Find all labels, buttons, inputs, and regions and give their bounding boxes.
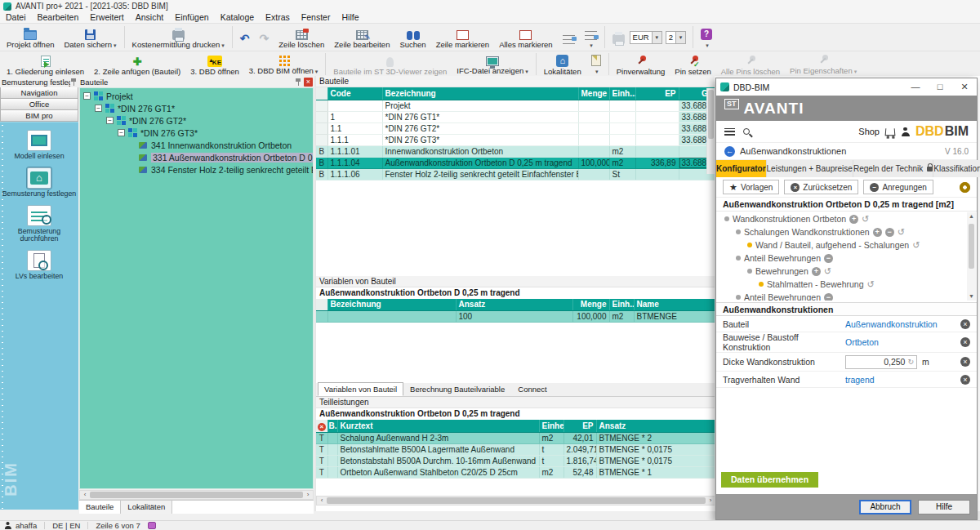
chevron-down-icon[interactable]: ▾	[652, 32, 662, 43]
tree-node-334[interactable]: 334 Fenster Holz 2-teilig senkrecht gete…	[80, 163, 313, 176]
dbd-tree-node[interactable]: Schalungen Wandkonstruktionen+−↺	[716, 225, 977, 238]
status-language[interactable]: DE | EN	[52, 521, 80, 530]
collapse-expander[interactable]: −	[95, 105, 102, 112]
dbd-tree-node[interactable]: Stahlmatten - Bewehrung↺	[716, 278, 977, 291]
history-icon[interactable]: ↺	[866, 280, 874, 289]
open-dbd-button[interactable]: KE3. DBD öffnen	[185, 52, 244, 76]
delete-filter-icon[interactable]: ×	[318, 423, 326, 431]
clear-value-icon[interactable]: ×	[960, 319, 970, 329]
table-row[interactable]: TBetonstabstahl B500A Durchm. 10-16mm Au…	[316, 455, 716, 466]
remove-icon[interactable]: −	[824, 254, 833, 263]
tab-konfigurator[interactable]: Konfigurator	[716, 160, 766, 177]
property-value-link[interactable]: Ortbeton	[845, 337, 960, 347]
dbd-tree-node[interactable]: Anteil Bewehrungen−	[716, 291, 977, 301]
dbd-tree-node[interactable]: Bewehrungen+↺	[716, 265, 977, 278]
tab-leistungen-baupreise[interactable]: Leistungen + Baupreise	[767, 160, 853, 177]
tree-node-gt1[interactable]: −*DIN 276 GT1*	[80, 102, 313, 114]
save-data-button[interactable]: Daten sichern▾	[59, 25, 121, 50]
set-pin-button[interactable]: ✓Pin setzen	[670, 52, 715, 76]
zuruecksetzen-button[interactable]: ×Zurücksetzen	[784, 180, 858, 194]
tab-lokalitaeten[interactable]: Lokalitäten	[121, 501, 172, 514]
dropdown-arrow-icon[interactable]: ▾	[525, 69, 528, 74]
sidebar-item-bemusterung-festlegen[interactable]: ⌂ Bemusterung festlegen	[0, 167, 78, 198]
hamburger-menu-icon[interactable]	[724, 128, 735, 136]
expand-outline-button[interactable]	[558, 29, 580, 45]
scroll-down-icon[interactable]: ▼	[967, 292, 976, 301]
dropdown-arrow-icon[interactable]: ▾	[114, 42, 117, 48]
currency-select[interactable]: EUR▾	[630, 31, 662, 44]
menu-hilfe[interactable]: Hilfe	[336, 12, 364, 23]
apply-data-button[interactable]: Daten übernehmen	[721, 472, 818, 488]
mark-row-button[interactable]: Zeile markieren	[431, 25, 494, 49]
table-row[interactable]: 1*DIN 276 GT1*33.688,89	[316, 111, 716, 122]
sidebar-item-bemusterung-durchfuehren[interactable]: Bemusterung durchführen	[0, 205, 78, 243]
table-row[interactable]: 1.1*DIN 276 GT2*33.688,89	[316, 122, 716, 134]
table-row-selected[interactable]: TSchalung Außenwand H 2-3mm242,01BTMENGE…	[316, 432, 716, 443]
ifc-view-button[interactable]: IFC-Datei anzeigen▾	[452, 51, 532, 76]
dbd-tree-node[interactable]: Wand / Bauteil, aufgehend - Schalungen↺	[716, 238, 977, 252]
pin-management-button[interactable]: Pinverwaltung	[612, 52, 670, 76]
document-button[interactable]: ▾	[586, 51, 606, 76]
shop-link[interactable]: Shop	[858, 127, 880, 136]
edit-row-button[interactable]: ✎Zeile bearbeiten	[329, 25, 394, 49]
maximize-icon[interactable]: □	[928, 78, 952, 96]
gear-icon[interactable]	[960, 182, 970, 193]
scroll-left-icon[interactable]: ‹	[317, 497, 327, 505]
table-row-selected[interactable]: 100 100,000 m2 BTMENGE B	[316, 311, 716, 323]
help-button[interactable]: Hilfe	[918, 500, 970, 514]
tree-horizontal-scrollbar[interactable]: ‹ ›	[79, 490, 314, 500]
cart-icon[interactable]	[885, 128, 896, 136]
tab-variablen-von-bauteil[interactable]: Variablen von Bauteil	[318, 382, 403, 396]
mark-all-button[interactable]: Alles markieren	[494, 25, 557, 49]
search-button[interactable]: Suchen	[394, 25, 430, 49]
property-value-link[interactable]: Außenwandkonstruktion	[845, 319, 960, 329]
menu-extras[interactable]: Extras	[260, 12, 296, 23]
scrollbar-thumb[interactable]	[969, 224, 974, 269]
cancel-button[interactable]: Abbruch	[859, 500, 911, 514]
clear-value-icon[interactable]: ×	[960, 357, 970, 367]
sidebar-item-lvs-bearbeiten[interactable]: LVs bearbeiten	[0, 250, 78, 280]
table-row-selected[interactable]: B1.1.1.04Außenwandkonstruktion Ortbeton …	[316, 157, 716, 168]
search-icon[interactable]	[743, 128, 750, 135]
tree-node-projekt[interactable]: −Projekt	[80, 90, 313, 102]
decimals-select[interactable]: 2▾	[666, 31, 686, 44]
menu-bearbeiten[interactable]: Bearbeiten	[32, 12, 85, 23]
chevron-down-icon[interactable]: ▾	[675, 32, 685, 43]
tree-node-341[interactable]: 341 Innenwandkonstruktion Ortbeton	[80, 139, 313, 151]
scroll-right-icon[interactable]: ›	[303, 491, 313, 499]
collapse-expander[interactable]: −	[118, 129, 125, 136]
sidebar-nav-office[interactable]: Office	[0, 99, 78, 110]
history-icon[interactable]: ↺	[898, 228, 905, 237]
remove-icon[interactable]: −	[885, 228, 894, 237]
dropdown-arrow-icon[interactable]: ▾	[706, 42, 709, 48]
anregungen-button[interactable]: −Anregungen	[863, 180, 933, 194]
sidebar-item-modell-einlesen[interactable]: Modell einlesen	[0, 130, 78, 160]
localities-button[interactable]: ⌂Lokalitäten	[539, 52, 586, 76]
history-icon[interactable]: ↺	[824, 267, 831, 276]
dropdown-arrow-icon[interactable]: ▾	[221, 42, 225, 48]
table-row[interactable]: B1.1.1.06Fenster Holz 2-teilig senkrecht…	[316, 168, 716, 180]
dropdown-arrow-icon[interactable]: ▾	[595, 69, 599, 74]
table-row[interactable]: Projekt33.688,89	[316, 100, 716, 111]
user-account-icon[interactable]	[901, 127, 910, 136]
menu-einfuegen[interactable]: Einfügen	[169, 12, 214, 23]
table-row[interactable]: TBetonstahlmatte B500A Lagermatte Außenw…	[316, 443, 716, 455]
remove-icon[interactable]: −	[824, 293, 833, 301]
sidebar-gripper[interactable]	[1, 122, 5, 510]
collapse-outline-button[interactable]: ▾	[580, 25, 602, 50]
menu-kataloge[interactable]: Kataloge	[215, 12, 260, 23]
add-icon[interactable]: +	[873, 228, 882, 237]
autohide-pin-icon[interactable]	[295, 78, 301, 86]
dbd-tree-node[interactable]: Anteil Bewehrungen−	[716, 252, 977, 265]
menu-erweitert[interactable]: Erweitert	[84, 12, 129, 23]
scroll-left-icon[interactable]: ‹	[80, 491, 90, 499]
close-icon[interactable]: ×	[304, 78, 313, 87]
tab-berechnung-bauteilvariable[interactable]: Berechnung Bauteilvariable	[403, 382, 511, 396]
undo-button[interactable]: ↶	[235, 29, 255, 45]
tree-node-gt2[interactable]: −*DIN 276 GT2*	[80, 114, 313, 127]
main-vertical-scrollbar[interactable]	[706, 88, 715, 174]
dbd-tree-node[interactable]: Wandkonstruktionen Ortbeton+↺	[716, 212, 977, 225]
append-row-button[interactable]: ✚2. Zeile anfügen (Bauteil)	[89, 52, 185, 76]
minimize-icon[interactable]: —	[903, 78, 928, 96]
scrollbar-thumb[interactable]	[327, 497, 706, 504]
